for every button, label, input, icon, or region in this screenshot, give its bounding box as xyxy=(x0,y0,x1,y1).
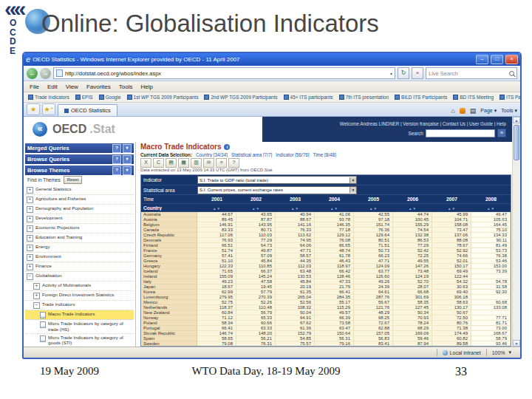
year-column-header[interactable]: 2003 xyxy=(276,197,315,202)
favorites-bar-link[interactable]: 7th ITS presentation xyxy=(339,95,389,100)
expand-icon[interactable]: + xyxy=(27,254,33,261)
mail-icon[interactable]: ✉ xyxy=(203,158,214,168)
sort-controls-cell[interactable]: ▲▼ xyxy=(276,205,315,211)
favorites-bar-link[interactable]: BILD ITS Participants xyxy=(395,95,447,100)
menu-item-file[interactable]: File xyxy=(30,83,39,90)
menu-item-edit[interactable]: Edit xyxy=(47,83,58,90)
forward-button[interactable]: → xyxy=(40,68,51,79)
expand-icon[interactable]: + xyxy=(27,225,33,232)
favorites-bar-link[interactable]: ITS Participants xyxy=(499,95,520,100)
print-icon[interactable]: ▤ xyxy=(470,107,477,115)
sort-desc-icon[interactable]: ▼ xyxy=(491,207,495,211)
theme-tree-item[interactable]: −Trade Indicators xyxy=(25,301,134,310)
menu-item-view[interactable]: View xyxy=(66,83,78,90)
add-favorite-icon[interactable]: ★⁺ xyxy=(42,103,55,115)
document-icon[interactable] xyxy=(40,312,46,318)
zoom-control[interactable]: 100% ▾ xyxy=(486,349,516,356)
address-dropdown-icon[interactable]: ▾ xyxy=(390,71,392,76)
site-search-input[interactable] xyxy=(426,129,495,137)
area-dropdown-icon[interactable]: ▼ xyxy=(349,187,356,193)
indicator-select[interactable]: S.I. Trade to GDP ratio (total trade) ▼ xyxy=(197,176,357,184)
favorites-bar-link[interactable]: Trade Indicators xyxy=(28,95,69,100)
theme-tree-item[interactable]: Macro Trade Indicators xyxy=(25,310,134,320)
theme-tree-item[interactable]: +Activity of Multinationals xyxy=(25,282,134,291)
selection-link[interactable]: Country [34/34] xyxy=(196,152,228,157)
year-column-header[interactable]: 2002 xyxy=(236,197,276,202)
window-title-bar[interactable]: e OECD Statistics - Windows Internet Exp… xyxy=(24,53,520,66)
sort-controls-cell[interactable]: ▲▼ xyxy=(236,205,276,211)
reset-button[interactable]: Reset xyxy=(64,176,83,184)
theme-tree-item[interactable]: +Foreign Direct Investment Statistics xyxy=(25,291,134,301)
account-links[interactable]: Welcome Andreas LINDNER | Version frança… xyxy=(268,121,506,126)
sort-controls-cell[interactable]: ▲▼ xyxy=(471,205,511,211)
sort-controls-cell[interactable]: ▲▼ xyxy=(393,205,432,211)
site-brand[interactable]: « OECD.Stat xyxy=(24,122,115,137)
sidebar-section-header[interactable]: Merged Queries?▾ xyxy=(25,143,134,153)
refresh-button[interactable]: ↻ xyxy=(398,67,409,79)
year-column-header[interactable]: 2005 xyxy=(354,197,393,202)
scroll-up-icon[interactable]: ▲ xyxy=(513,117,520,123)
excel-export-icon[interactable]: X xyxy=(140,158,151,168)
year-column-header[interactable]: 2001 xyxy=(197,197,236,202)
info-icon[interactable]: i xyxy=(224,144,230,150)
feeds-icon[interactable] xyxy=(460,108,466,114)
address-bar[interactable]: http://dotstat.oecd.org/wbos/index.aspx … xyxy=(53,67,395,79)
favorites-bar-link[interactable]: 2nd WP TGS 2009 Participants xyxy=(204,95,277,100)
favorites-bar-link[interactable]: 1st WP TGS 2009 Participants xyxy=(127,95,199,100)
sort-desc-icon[interactable]: ▼ xyxy=(335,207,338,211)
area-select[interactable]: S.I. Current prices, current exchange ra… xyxy=(197,186,357,194)
sort-desc-icon[interactable]: ▼ xyxy=(256,207,260,211)
theme-tree-item[interactable]: +Demography and Population xyxy=(25,205,134,214)
tools-menu[interactable]: Tools ▾ xyxy=(501,108,517,114)
theme-tree-item[interactable]: +Development xyxy=(25,214,134,224)
menu-item-tools[interactable]: Tools xyxy=(119,83,133,90)
year-column-header[interactable]: 2006 xyxy=(393,197,432,202)
collapse-icon[interactable]: − xyxy=(33,302,40,309)
year-column-header[interactable]: 2004 xyxy=(315,197,354,202)
sort-controls-cell[interactable]: ▲▼ xyxy=(432,205,471,211)
menu-item-favorites[interactable]: Favorites xyxy=(86,83,111,90)
theme-tree-item[interactable]: +Finance xyxy=(25,262,134,272)
expand-icon[interactable]: + xyxy=(33,283,40,290)
live-search-input[interactable]: Live Search xyxy=(426,67,517,79)
expand-icon[interactable]: + xyxy=(27,187,33,194)
chart-icon[interactable]: ▦ xyxy=(178,158,189,168)
page-scrollbar[interactable]: ▲ ▼ xyxy=(512,117,520,347)
favorites-bar-link[interactable]: Google xyxy=(99,95,121,100)
favorites-bar-link[interactable]: 45+ ITS participants xyxy=(284,95,333,100)
indicator-dropdown-icon[interactable]: ▼ xyxy=(349,177,356,183)
home-icon[interactable]: ⌂ xyxy=(451,107,454,115)
menu-item-help[interactable]: Help xyxy=(140,83,152,90)
sort-desc-icon[interactable]: ▼ xyxy=(452,207,456,211)
expand-icon[interactable]: + xyxy=(27,197,33,203)
table-icon[interactable]: ▥ xyxy=(191,158,202,168)
scrollbar-thumb[interactable] xyxy=(514,125,519,160)
stop-button[interactable]: × xyxy=(412,67,423,79)
document-icon[interactable] xyxy=(40,321,46,328)
theme-tree-item[interactable]: Micro Trade Indicators by category of tr… xyxy=(25,320,134,334)
theme-tree-item[interactable]: +General Statistics xyxy=(25,185,134,195)
selection-link[interactable]: Time [8/48] xyxy=(313,152,336,157)
expand-icon[interactable]: + xyxy=(27,206,33,213)
year-column-header[interactable]: 2007 xyxy=(432,197,471,202)
favorites-bar-link[interactable]: EPIS xyxy=(75,95,93,100)
theme-tree-item[interactable]: −Globalisation xyxy=(25,272,134,282)
print-icon[interactable]: ▤ xyxy=(166,158,177,168)
sort-controls-cell[interactable]: ▲▼ xyxy=(354,205,393,211)
sort-desc-icon[interactable]: ▼ xyxy=(413,207,417,211)
section-toggle-button[interactable]: ▾ xyxy=(123,144,132,153)
selection-link[interactable]: Indicator [56/76] xyxy=(276,152,309,157)
site-search-go-button[interactable]: » xyxy=(497,129,506,137)
sidebar-section-header[interactable]: Browse Queries?▾ xyxy=(25,154,134,164)
sort-desc-icon[interactable]: ▼ xyxy=(296,207,299,211)
browser-tab[interactable]: OECD Statistics xyxy=(58,104,117,116)
section-help-button[interactable]: ? xyxy=(112,166,121,175)
sort-controls-cell[interactable]: ▲▼ xyxy=(315,205,354,211)
close-button[interactable]: × xyxy=(505,55,518,64)
expand-icon[interactable]: + xyxy=(27,245,33,251)
expand-icon[interactable]: + xyxy=(27,264,33,270)
expand-icon[interactable]: + xyxy=(27,235,33,242)
maximize-button[interactable]: □ xyxy=(491,55,503,64)
section-toggle-button[interactable]: ▾ xyxy=(123,166,132,175)
expand-icon[interactable]: + xyxy=(33,293,40,299)
